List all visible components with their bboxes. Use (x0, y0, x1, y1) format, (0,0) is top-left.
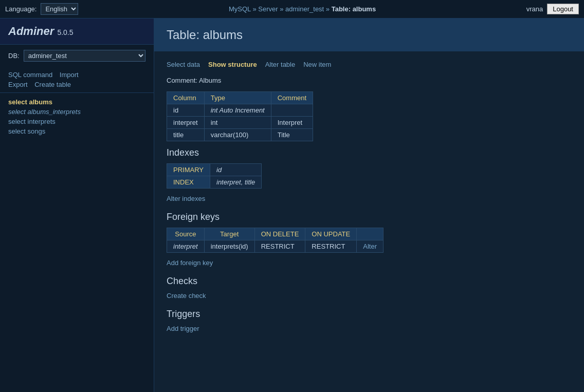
comment-value: Albums (199, 77, 221, 84)
fk-header-on-update: ON UPDATE (305, 228, 357, 240)
tab-new-item[interactable]: New item (303, 60, 331, 69)
comment-row: Comment: Albums (167, 77, 572, 84)
breadcrumb: MySQL » Server » adminer_test » Table: a… (229, 5, 376, 13)
create-check-link[interactable]: Create check (167, 292, 206, 300)
language-select[interactable]: English (41, 3, 78, 15)
sidebar-link-songs[interactable]: select songs (8, 127, 145, 135)
fk-title: Foreign keys (167, 212, 572, 222)
col-id-name: id (167, 104, 205, 117)
create-check-row: Create check (167, 292, 572, 300)
sidebar-export[interactable]: Export (8, 81, 28, 88)
col-header-type: Type (204, 92, 271, 104)
add-trigger-row: Add trigger (167, 325, 572, 332)
table-row: INDEX interpret, title (167, 176, 262, 189)
triggers-title: Triggers (167, 309, 572, 320)
col-title-name: title (167, 129, 205, 141)
fk-on-update: RESTRICT (305, 240, 357, 253)
fk-on-delete: RESTRICT (254, 240, 305, 253)
index-primary-value: id (210, 164, 262, 176)
logout-button[interactable]: Logout (547, 4, 579, 14)
language-label: Language: (5, 5, 36, 13)
sidebar-nav: SQL command Import Export Create table (0, 67, 154, 93)
add-fk-row: Add foreign key (167, 259, 572, 267)
index-index-value: interpret, title (210, 176, 262, 189)
username: vrana (526, 5, 543, 13)
fk-target: interprets(id) (204, 240, 254, 253)
tab-select-data[interactable]: Select data (167, 60, 200, 69)
alter-indexes-row: Alter indexes (167, 195, 572, 202)
app-title-text: Adminer (8, 25, 54, 38)
col-header-comment: Comment (271, 92, 313, 104)
col-interpret-type: int (204, 117, 271, 129)
indexes-title: Indexes (167, 147, 572, 158)
col-header-column: Column (167, 92, 205, 104)
fk-alter-cell: Alter (357, 240, 384, 253)
sidebar-link-albums-interprets[interactable]: select albums_interprets (8, 108, 145, 116)
layout: Adminer 5.0.5 DB: adminer_test SQL comma… (0, 18, 584, 392)
db-select[interactable]: adminer_test (24, 50, 145, 62)
table-row: PRIMARY id (167, 164, 262, 176)
fk-alter-link[interactable]: Alter (363, 242, 377, 250)
fk-header-source: Source (167, 228, 205, 240)
content: Select data Show structure Alter table N… (154, 51, 584, 350)
alter-indexes-link[interactable]: Alter indexes (167, 195, 205, 202)
page-title: Table: albums (167, 28, 572, 42)
breadcrumb-db[interactable]: adminer_test (285, 5, 324, 13)
table-row: id int Auto Increment (167, 104, 313, 117)
fk-header-actions (357, 228, 384, 240)
sidebar-header: Adminer 5.0.5 (0, 18, 154, 45)
checks-title: Checks (167, 276, 572, 287)
section-triggers: Triggers Add trigger (167, 309, 572, 332)
col-id-type: int Auto Increment (204, 104, 271, 117)
col-title-type: varchar(100) (204, 129, 271, 141)
tab-alter-table[interactable]: Alter table (265, 60, 296, 69)
table-row: interpret int Interpret (167, 117, 313, 129)
col-id-comment (271, 104, 313, 117)
main: Table: albums Select data Show structure… (154, 18, 584, 392)
app-version: 5.0.5 (57, 28, 73, 36)
add-trigger-link[interactable]: Add trigger (167, 325, 199, 332)
columns-table: Column Type Comment id int Auto Incremen… (167, 91, 313, 141)
breadcrumb-mysql[interactable]: MySQL (229, 5, 251, 13)
tab-nav: Select data Show structure Alter table N… (167, 60, 572, 69)
tab-show-structure[interactable]: Show structure (208, 60, 257, 69)
col-interpret-name: interpret (167, 117, 205, 129)
indexes-table: PRIMARY id INDEX interpret, title (167, 163, 262, 189)
sidebar-sql-command[interactable]: SQL command (8, 71, 52, 79)
db-row: DB: adminer_test (0, 45, 154, 67)
sidebar-import[interactable]: Import (60, 71, 79, 79)
comment-label: Comment: (167, 77, 197, 84)
add-foreign-key-link[interactable]: Add foreign key (167, 259, 213, 267)
section-indexes: Indexes PRIMARY id INDEX interpret, titl… (167, 147, 572, 202)
sidebar-links: select albums select albums_interprets s… (0, 93, 154, 142)
col-title-comment: Title (271, 129, 313, 141)
sidebar-link-albums[interactable]: select albums (8, 98, 145, 106)
fk-table: Source Target ON DELETE ON UPDATE interp… (167, 228, 384, 253)
top-bar: Language: English MySQL » Server » admin… (0, 0, 584, 18)
app-title: Adminer 5.0.5 (8, 25, 74, 38)
fk-header-on-delete: ON DELETE (254, 228, 305, 240)
fk-header-target: Target (204, 228, 254, 240)
sidebar-link-interprets[interactable]: select interprets (8, 118, 145, 125)
breadcrumb-current: Table: albums (332, 5, 376, 13)
section-foreign-keys: Foreign keys Source Target ON DELETE ON … (167, 212, 572, 267)
section-checks: Checks Create check (167, 276, 572, 300)
fk-source: interpret (167, 240, 205, 253)
table-row: interpret interprets(id) RESTRICT RESTRI… (167, 240, 384, 253)
top-bar-right: vrana Logout (526, 4, 579, 14)
page-header: Table: albums (154, 18, 584, 51)
top-bar-left: Language: English (5, 3, 78, 15)
breadcrumb-server[interactable]: Server (258, 5, 278, 13)
sidebar-create-table[interactable]: Create table (34, 81, 71, 88)
table-row: title varchar(100) Title (167, 129, 313, 141)
index-primary-type: PRIMARY (167, 164, 210, 176)
sidebar: Adminer 5.0.5 DB: adminer_test SQL comma… (0, 18, 154, 392)
db-label: DB: (8, 52, 20, 60)
index-index-type: INDEX (167, 176, 210, 189)
col-interpret-comment: Interpret (271, 117, 313, 129)
